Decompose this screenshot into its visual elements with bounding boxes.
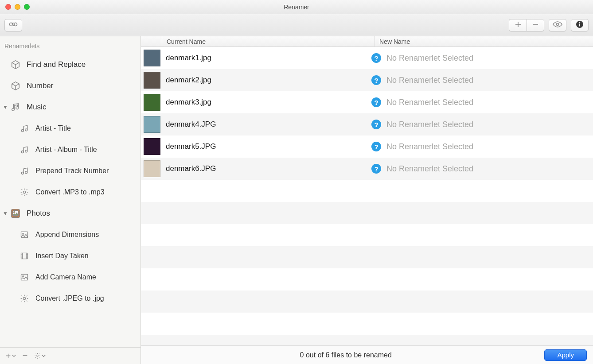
- cube-icon: [11, 81, 20, 91]
- current-name-column[interactable]: Current Name: [162, 36, 375, 46]
- sidebar-item[interactable]: Number: [0, 75, 140, 97]
- sidebar-item[interactable]: Find and Replace: [0, 54, 140, 75]
- current-name: denmark5.JPG: [160, 142, 371, 151]
- preview-button[interactable]: [549, 19, 566, 31]
- titlebar: Renamer: [0, 0, 593, 14]
- sidebar-item[interactable]: ▼Music: [0, 97, 140, 118]
- add-button[interactable]: [509, 19, 527, 31]
- sidebar-item-label: Insert Day Taken: [35, 252, 89, 260]
- sidebar-item-label: Convert .JPEG to .jpg: [35, 294, 104, 302]
- new-name-cell: ?No Renamerlet Selected: [371, 142, 593, 151]
- svg-point-4: [579, 22, 580, 23]
- svg-point-12: [23, 191, 25, 193]
- svg-point-21: [23, 297, 25, 299]
- chevron-down-icon: [42, 354, 46, 358]
- new-name-label: No Renamerlet Selected: [386, 120, 473, 129]
- file-thumbnail: [144, 50, 160, 66]
- empty-row: [141, 335, 593, 345]
- photos-icon: [11, 209, 20, 218]
- add-remove-group: [509, 19, 544, 31]
- file-row[interactable]: denmark1.jpg?No Renamerlet Selected: [141, 47, 593, 69]
- file-row[interactable]: denmark3.jpg?No Renamerlet Selected: [141, 91, 593, 113]
- svg-point-2: [557, 23, 559, 26]
- link-button[interactable]: [4, 19, 22, 31]
- new-name-cell: ?No Renamerlet Selected: [371, 97, 593, 107]
- svg-point-8: [21, 151, 23, 153]
- current-name: denmark6.JPG: [160, 164, 371, 173]
- new-name-label: No Renamerlet Selected: [386, 98, 473, 107]
- svg-point-6: [21, 130, 23, 132]
- close-window-button[interactable]: [5, 4, 11, 10]
- disclosure-triangle-icon[interactable]: ▼: [3, 104, 8, 110]
- content: Current Name New Name denmark1.jpg?No Re…: [141, 36, 593, 364]
- sidebar-settings-button[interactable]: [34, 352, 46, 359]
- file-row[interactable]: denmark2.jpg?No Renamerlet Selected: [141, 69, 593, 91]
- sidebar-item[interactable]: Artist - Title: [0, 118, 140, 139]
- sidebar-remove-button[interactable]: [22, 352, 28, 360]
- minus-icon: [532, 21, 539, 29]
- svg-rect-18: [21, 253, 28, 259]
- svg-point-17: [23, 233, 24, 235]
- apply-button[interactable]: Apply: [544, 349, 587, 361]
- svg-point-7: [25, 129, 27, 131]
- sidebar-add-button[interactable]: [5, 353, 16, 359]
- zoom-window-button[interactable]: [24, 4, 30, 10]
- sidebar: Renamerlets Find and ReplaceNumber▼Music…: [0, 36, 141, 364]
- sidebar-footer: [0, 347, 140, 364]
- sidebar-item-label: Artist - Album - Title: [35, 146, 97, 154]
- new-name-cell: ?No Renamerlet Selected: [371, 53, 593, 63]
- toolbar: [0, 14, 593, 36]
- sidebar-item-label: Music: [27, 103, 46, 112]
- film-icon: [20, 251, 29, 261]
- sidebar-item-label: Number: [27, 81, 53, 90]
- sidebar-item[interactable]: Prepend Track Number: [0, 160, 140, 182]
- disclosure-triangle-icon[interactable]: ▼: [3, 210, 8, 217]
- note-icon: [20, 124, 29, 133]
- file-row[interactable]: denmark5.JPG?No Renamerlet Selected: [141, 136, 593, 158]
- minimize-window-button[interactable]: [15, 4, 20, 10]
- question-icon: ?: [371, 53, 381, 63]
- new-name-cell: ?No Renamerlet Selected: [371, 164, 593, 174]
- sidebar-item[interactable]: Append Dimensions: [0, 224, 140, 245]
- sidebar-item[interactable]: Artist - Album - Title: [0, 139, 140, 160]
- sidebar-item[interactable]: Convert .MP3 to .mp3: [0, 182, 140, 203]
- sidebar-item-label: Append Dimensions: [35, 231, 99, 239]
- file-thumbnail: [144, 160, 160, 177]
- question-icon: ?: [371, 75, 381, 85]
- chevron-down-icon: [12, 354, 16, 358]
- file-thumbnail: [144, 94, 160, 111]
- remove-button[interactable]: [527, 19, 544, 31]
- sidebar-item[interactable]: Insert Day Taken: [0, 245, 140, 267]
- question-icon: ?: [371, 142, 381, 151]
- file-row[interactable]: denmark4.JPG?No Renamerlet Selected: [141, 113, 593, 136]
- sidebar-item[interactable]: ▼Photos: [0, 203, 140, 224]
- empty-row: [141, 246, 593, 268]
- svg-point-10: [21, 172, 23, 174]
- new-name-column[interactable]: New Name: [375, 36, 593, 46]
- note-icon: [20, 145, 29, 155]
- current-name: denmark3.jpg: [160, 98, 371, 107]
- svg-rect-5: [579, 24, 580, 27]
- thumbnail-column[interactable]: [141, 36, 162, 46]
- sidebar-item[interactable]: Convert .JPEG to .jpg: [0, 288, 140, 309]
- sidebar-item-label: Photos: [27, 209, 50, 218]
- svg-point-15: [14, 212, 15, 213]
- file-rows: denmark1.jpg?No Renamerlet Selecteddenma…: [141, 47, 593, 345]
- note-icon: [20, 166, 29, 176]
- file-thumbnail: [144, 72, 160, 89]
- gear-icon: [20, 294, 29, 303]
- sidebar-item-label: Find and Replace: [27, 60, 86, 69]
- file-row[interactable]: denmark6.JPG?No Renamerlet Selected: [141, 158, 593, 180]
- question-icon: ?: [371, 97, 381, 107]
- svg-point-9: [25, 150, 27, 152]
- sidebar-item[interactable]: Add Camera Name: [0, 267, 140, 288]
- sidebar-body: Find and ReplaceNumber▼MusicArtist - Tit…: [0, 54, 140, 347]
- svg-point-11: [25, 171, 27, 174]
- current-name: denmark1.jpg: [160, 54, 371, 62]
- empty-row: [141, 202, 593, 224]
- traffic-lights: [5, 4, 30, 10]
- question-icon: ?: [371, 120, 381, 129]
- sidebar-header: Renamerlets: [0, 36, 140, 54]
- info-button[interactable]: [571, 19, 589, 31]
- svg-point-22: [37, 355, 39, 357]
